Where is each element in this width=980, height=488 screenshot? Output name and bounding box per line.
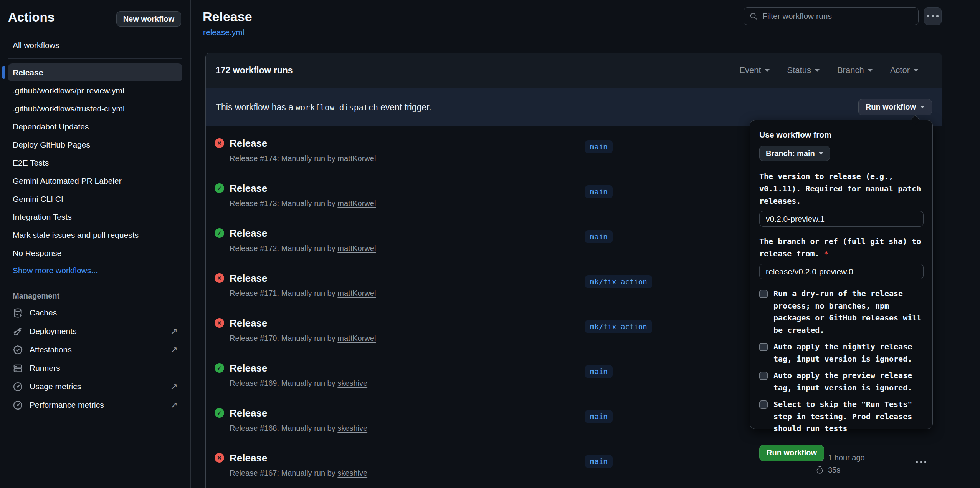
- branch-badge[interactable]: main: [585, 230, 613, 243]
- management-item-attestations[interactable]: Attestations ↗: [8, 340, 182, 359]
- actor-link[interactable]: skeshive: [337, 469, 367, 477]
- runs-filter-branch[interactable]: Branch: [837, 65, 873, 75]
- workflow-options-kebab-button[interactable]: [924, 7, 942, 25]
- branch-badge[interactable]: main: [585, 185, 613, 198]
- actor-link[interactable]: mattKorwel: [337, 289, 376, 297]
- sidebar-item-gemini-automated-pr-labeler[interactable]: Gemini Automated PR Labeler: [8, 172, 182, 190]
- failure-status-icon: ✕: [215, 138, 224, 148]
- sidebar-divider: [8, 284, 182, 284]
- actor-link[interactable]: skeshive: [337, 424, 367, 432]
- runs-filter-event[interactable]: Event: [739, 65, 769, 75]
- sidebar-item-no-response[interactable]: No Response: [8, 244, 182, 262]
- show-more-workflows-link[interactable]: Show more workflows...: [8, 262, 182, 279]
- management-item-performance-metrics[interactable]: Performance metrics ↗: [8, 396, 182, 414]
- chevron-down-icon: [819, 152, 823, 155]
- external-link-arrow-icon: ↗: [170, 400, 178, 410]
- chevron-down-icon: [765, 69, 770, 72]
- checkbox[interactable]: [759, 290, 768, 298]
- branch-badge[interactable]: main: [585, 140, 613, 153]
- meter-icon: [13, 382, 23, 392]
- success-status-icon: ✓: [215, 363, 224, 373]
- checkbox-label: Select to skip the "Run Tests" step in t…: [773, 398, 923, 435]
- sidebar-item-all-workflows[interactable]: All workflows: [8, 37, 182, 54]
- server-icon: [13, 363, 23, 373]
- actor-link[interactable]: skeshive: [337, 379, 367, 387]
- sidebar-item-release[interactable]: Release: [8, 63, 182, 81]
- success-status-icon: ✓: [215, 408, 224, 418]
- sidebar-item-mark-stale-issues-and-pull-requests[interactable]: Mark stale issues and pull requests: [8, 226, 182, 244]
- management-list: Caches Deployments ↗ Attestations ↗ Runn…: [0, 304, 190, 414]
- run-title[interactable]: Release: [230, 227, 267, 239]
- popover-checkbox-row: Run a dry-run of the release process; no…: [759, 288, 923, 336]
- actor-link[interactable]: mattKorwel: [337, 199, 376, 207]
- workflow-file-link[interactable]: release.yml: [203, 28, 244, 37]
- runs-filter-bar: Event Status Branch Actor: [739, 65, 918, 75]
- runs-filter-actor[interactable]: Actor: [890, 65, 918, 75]
- new-workflow-button[interactable]: New workflow: [116, 11, 181, 27]
- branch-badge[interactable]: main: [585, 410, 613, 423]
- actor-link[interactable]: mattKorwel: [337, 244, 376, 252]
- sidebar-item-dependabot-updates[interactable]: Dependabot Updates: [8, 118, 182, 136]
- version-input-label: The version to release (e.g., v0.1.11). …: [759, 170, 923, 207]
- sidebar-item-deploy-github-pages[interactable]: Deploy GitHub Pages: [8, 136, 182, 154]
- run-description: Release #171: Manually run by mattKorwel: [230, 289, 376, 298]
- checkbox[interactable]: [759, 343, 768, 351]
- ref-input-label: The branch or ref (full git sha) to rele…: [759, 235, 923, 260]
- filter-workflow-runs-input[interactable]: [762, 12, 913, 21]
- sidebar-divider: [8, 58, 182, 59]
- verified-badge-icon: [13, 345, 23, 355]
- checkbox-label: Auto apply the preview release tag, inpu…: [773, 370, 923, 394]
- management-item-caches[interactable]: Caches: [8, 304, 182, 322]
- run-title[interactable]: Release: [230, 317, 267, 329]
- run-workflow-submit-button[interactable]: Run workflow: [759, 445, 824, 461]
- branch-badge[interactable]: main: [585, 365, 613, 378]
- run-description: Release #174: Manually run by mattKorwel: [230, 154, 376, 163]
- chevron-down-icon: [914, 69, 918, 72]
- selected-indicator-bar: [2, 66, 5, 79]
- failure-status-icon: ✕: [215, 273, 224, 283]
- checkbox[interactable]: [759, 400, 768, 409]
- management-item-runners[interactable]: Runners: [8, 359, 182, 377]
- popover-checkbox-row: Auto apply the preview release tag, inpu…: [759, 370, 923, 394]
- runs-filter-status[interactable]: Status: [787, 65, 820, 75]
- stopwatch-icon: [815, 466, 824, 475]
- management-item-usage-metrics[interactable]: Usage metrics ↗: [8, 377, 182, 396]
- failure-status-icon: ✕: [215, 453, 224, 463]
- run-description: Release #172: Manually run by mattKorwel: [230, 244, 376, 253]
- sidebar-item-e2e-tests[interactable]: E2E Tests: [8, 154, 182, 172]
- workflow-runs-count: 172 workflow runs: [216, 65, 293, 76]
- main-content: Release release.yml 172 workflow runs Ev…: [191, 0, 980, 488]
- run-title[interactable]: Release: [230, 183, 267, 194]
- version-input[interactable]: [759, 211, 924, 227]
- run-title[interactable]: Release: [230, 362, 267, 374]
- branch-selector-button[interactable]: Branch: main: [759, 146, 830, 161]
- branch-badge[interactable]: mk/fix-action: [585, 320, 652, 333]
- run-title[interactable]: Release: [230, 138, 267, 149]
- sidebar-item-integration-tests[interactable]: Integration Tests: [8, 208, 182, 226]
- management-item-deployments[interactable]: Deployments ↗: [8, 322, 182, 340]
- branch-badge[interactable]: mk/fix-action: [585, 275, 652, 288]
- run-title[interactable]: Release: [230, 407, 267, 419]
- actor-link[interactable]: mattKorwel: [337, 154, 376, 163]
- external-link-arrow-icon: ↗: [170, 382, 178, 392]
- run-title[interactable]: Release: [230, 272, 267, 284]
- sidebar-item--github-workflows-trusted-ci-yml[interactable]: .github/workflows/trusted-ci.yml: [8, 100, 182, 118]
- run-description: Release #169: Manually run by skeshive: [230, 379, 367, 388]
- run-options-kebab-button[interactable]: [916, 461, 926, 463]
- chevron-down-icon: [920, 106, 925, 108]
- run-description: Release #168: Manually run by skeshive: [230, 424, 367, 433]
- run-workflow-dropdown-button[interactable]: Run workflow: [858, 99, 932, 115]
- workflow-list: Release .github/workflows/pr-review.yml …: [0, 63, 190, 262]
- actor-link[interactable]: mattKorwel: [337, 334, 376, 342]
- branch-badge[interactable]: main: [585, 455, 613, 468]
- checkbox[interactable]: [759, 372, 768, 380]
- page-title: Release: [203, 9, 252, 24]
- run-title[interactable]: Release: [230, 452, 267, 464]
- database-icon: [13, 308, 23, 318]
- external-link-arrow-icon: ↗: [170, 326, 178, 336]
- ref-input[interactable]: [759, 264, 924, 279]
- required-asterisk: *: [824, 249, 829, 258]
- checkbox-label: Run a dry-run of the release process; no…: [773, 288, 923, 336]
- sidebar-item--github-workflows-pr-review-yml[interactable]: .github/workflows/pr-review.yml: [8, 81, 182, 100]
- sidebar-item-gemini-cli-ci[interactable]: Gemini CLI CI: [8, 190, 182, 208]
